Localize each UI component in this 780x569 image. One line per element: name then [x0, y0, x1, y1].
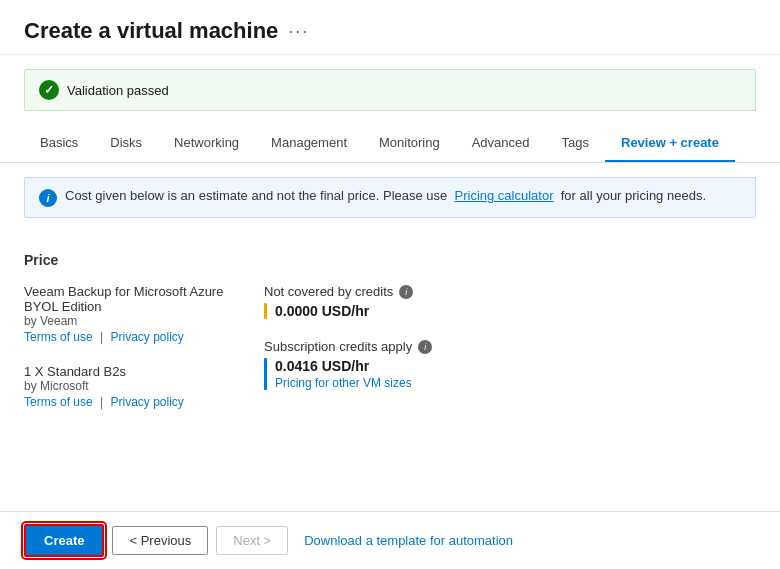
veeam-name: Veeam Backup for Microsoft Azure [24, 284, 224, 299]
price-credits-apply: Subscription credits apply 0.0416 USD/hr… [264, 339, 756, 390]
tab-tags[interactable]: Tags [546, 125, 605, 162]
credits-apply-accent-bar [264, 358, 267, 390]
create-button[interactable]: Create [24, 524, 104, 557]
tab-review-create[interactable]: Review + create [605, 125, 735, 162]
price-right-column: Not covered by credits 0.0000 USD/hr Sub… [264, 284, 756, 429]
validation-check-icon [39, 80, 59, 100]
credits-apply-info-icon[interactable] [418, 340, 432, 354]
previous-button[interactable]: < Previous [112, 526, 208, 555]
not-covered-accent-bar [264, 303, 267, 319]
price-item-veeam: Veeam Backup for Microsoft Azure BYOL Ed… [24, 284, 224, 344]
tab-advanced[interactable]: Advanced [456, 125, 546, 162]
info-banner: Cost given below is an estimate and not … [24, 177, 756, 218]
next-button[interactable]: Next > [216, 526, 288, 555]
info-text: Cost given below is an estimate and not … [65, 188, 706, 203]
tab-disks[interactable]: Disks [94, 125, 158, 162]
price-left-column: Veeam Backup for Microsoft Azure BYOL Ed… [24, 284, 224, 429]
veeam-privacy-link[interactable]: Privacy policy [111, 330, 184, 344]
tab-networking[interactable]: Networking [158, 125, 255, 162]
not-covered-info-icon[interactable] [399, 285, 413, 299]
microsoft-by: by Microsoft [24, 379, 224, 393]
veeam-sub: BYOL Edition [24, 299, 224, 314]
tab-management[interactable]: Management [255, 125, 363, 162]
tab-basics[interactable]: Basics [24, 125, 94, 162]
not-covered-label: Not covered by credits [264, 284, 756, 299]
page-title: Create a virtual machine [24, 18, 278, 44]
microsoft-links: Terms of use | Privacy policy [24, 395, 224, 409]
price-not-covered: Not covered by credits 0.0000 USD/hr [264, 284, 756, 319]
veeam-terms-link[interactable]: Terms of use [24, 330, 93, 344]
validation-text: Validation passed [67, 83, 169, 98]
validation-banner: Validation passed [24, 69, 756, 111]
microsoft-terms-link[interactable]: Terms of use [24, 395, 93, 409]
not-covered-value-row: 0.0000 USD/hr [264, 303, 756, 319]
footer-actions: Create < Previous Next > Download a temp… [0, 511, 780, 569]
tab-monitoring[interactable]: Monitoring [363, 125, 456, 162]
price-section-title: Price [24, 252, 756, 268]
price-item-microsoft: 1 X Standard B2s by Microsoft Terms of u… [24, 364, 224, 409]
veeam-by: by Veeam [24, 314, 224, 328]
pricing-calculator-link[interactable]: Pricing calculator [455, 188, 554, 203]
credits-apply-label: Subscription credits apply [264, 339, 756, 354]
page-header: Create a virtual machine ··· [0, 0, 780, 55]
info-icon [39, 189, 57, 207]
not-covered-amount: 0.0000 USD/hr [275, 303, 369, 319]
veeam-links: Terms of use | Privacy policy [24, 330, 224, 344]
header-more-icon[interactable]: ··· [288, 21, 309, 42]
vm-sizes-link[interactable]: Pricing for other VM sizes [275, 376, 412, 390]
credits-apply-value-row: 0.0416 USD/hr Pricing for other VM sizes [264, 358, 756, 390]
price-items: Veeam Backup for Microsoft Azure BYOL Ed… [24, 284, 756, 429]
tab-bar: Basics Disks Networking Management Monit… [0, 125, 780, 163]
microsoft-name: 1 X Standard B2s [24, 364, 224, 379]
main-content: Price Veeam Backup for Microsoft Azure B… [0, 232, 780, 449]
download-template-link[interactable]: Download a template for automation [304, 533, 513, 548]
credits-apply-amount: 0.0416 USD/hr [275, 358, 412, 374]
microsoft-privacy-link[interactable]: Privacy policy [111, 395, 184, 409]
